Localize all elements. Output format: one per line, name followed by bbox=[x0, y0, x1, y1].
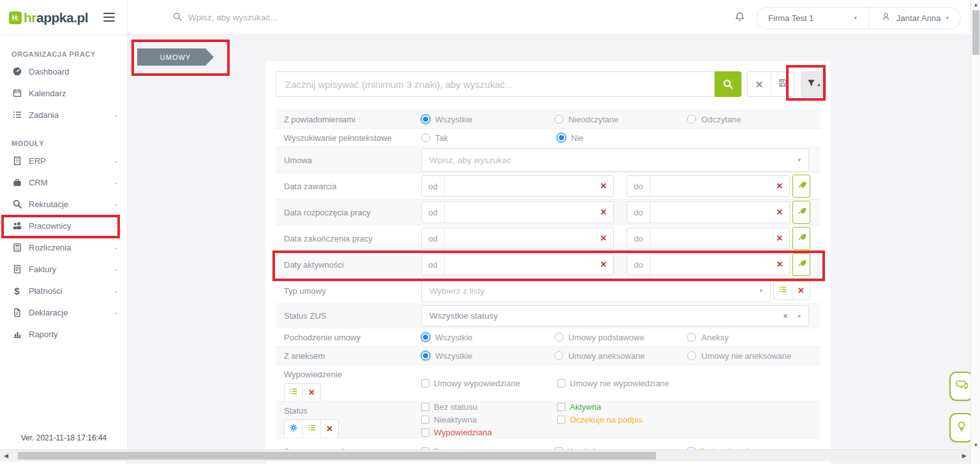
clear-date-button[interactable]: × bbox=[594, 202, 613, 222]
radio-option[interactable]: Nieodczytane bbox=[554, 115, 688, 124]
checkbox-option[interactable]: Umowy wypowiedziane bbox=[421, 379, 557, 388]
radio-option[interactable]: Wszystkie bbox=[421, 351, 554, 361]
sidebar-item-zadania[interactable]: Zadania ⌄ bbox=[0, 104, 127, 126]
scroll-left-arrow-icon[interactable]: ◀ bbox=[4, 453, 8, 459]
checkbox-option[interactable]: Oczekuje na podpis bbox=[557, 415, 693, 424]
clear-date-button[interactable]: × bbox=[770, 228, 789, 249]
horizontal-scrollbar[interactable]: ◀ ▶ bbox=[0, 449, 970, 461]
bar-chart-icon bbox=[11, 329, 22, 340]
sidebar-item-rozliczenia[interactable]: Rozliczenia ⌄ bbox=[0, 236, 127, 258]
clear-date-button[interactable]: × bbox=[770, 176, 789, 196]
pick-from-list-button[interactable] bbox=[285, 384, 302, 402]
date-from-input[interactable] bbox=[445, 228, 594, 249]
clear-selection-icon[interactable]: × bbox=[783, 312, 787, 320]
user-menu[interactable]: Jantar Anna ▾ bbox=[868, 8, 960, 29]
quick-fill-button[interactable] bbox=[792, 227, 810, 250]
scroll-down-arrow-icon[interactable]: ▼ bbox=[971, 442, 980, 448]
vertical-scroll-thumb[interactable] bbox=[972, 10, 979, 55]
clear-date-button[interactable]: × bbox=[594, 228, 613, 249]
notifications-bell-icon[interactable] bbox=[734, 11, 746, 25]
global-search-input[interactable] bbox=[188, 13, 354, 22]
radio-selected[interactable] bbox=[421, 115, 430, 124]
lightbulb-icon bbox=[955, 420, 968, 435]
clear-button[interactable]: × bbox=[302, 384, 320, 402]
sidebar-item-raporty[interactable]: Raporty bbox=[0, 323, 127, 345]
checkbox-option[interactable]: Umowy nie wypowiedziane bbox=[557, 379, 693, 388]
radio[interactable] bbox=[421, 133, 430, 142]
radio-option[interactable]: Umowy podstawowe bbox=[554, 333, 688, 342]
radio-option[interactable]: Tak bbox=[421, 133, 557, 143]
sidebar-item-kalendarz[interactable]: Kalendarz bbox=[0, 82, 127, 104]
checkbox-option[interactable]: Bez statusu bbox=[421, 402, 557, 412]
scroll-right-arrow-icon[interactable]: ▶ bbox=[962, 453, 967, 459]
x-icon: × bbox=[776, 233, 782, 243]
clear-search-button[interactable]: ✕ bbox=[748, 72, 771, 96]
date-to-input[interactable] bbox=[650, 176, 770, 196]
radio-option[interactable]: Umowy aneksowane bbox=[554, 351, 688, 361]
sidebar-item-crm[interactable]: CRM ⌄ bbox=[0, 171, 127, 193]
radio-option[interactable]: Odczytane bbox=[687, 115, 820, 124]
search-button[interactable] bbox=[715, 71, 741, 97]
radio-selected[interactable] bbox=[421, 351, 430, 360]
quick-fill-button[interactable] bbox=[792, 201, 810, 224]
checkbox[interactable] bbox=[421, 416, 429, 424]
pick-from-list-button[interactable] bbox=[774, 282, 792, 300]
sidebar-item-rekrutacje[interactable]: Rekrutacje ⌄ bbox=[0, 193, 127, 215]
filter-row-umowa: Umowa Wpisz, aby wyszukać ▾ bbox=[276, 147, 820, 173]
quick-fill-button[interactable] bbox=[792, 175, 810, 198]
radio-option[interactable]: Wszystkie bbox=[421, 115, 554, 124]
pick-from-list-button[interactable] bbox=[302, 420, 320, 438]
checkbox-option[interactable]: Aktywna bbox=[557, 402, 693, 412]
date-from-input[interactable] bbox=[445, 176, 594, 196]
settings-button[interactable] bbox=[285, 420, 302, 438]
clear-button[interactable]: × bbox=[792, 282, 810, 300]
app-logo[interactable]: H:hrappka.pl bbox=[9, 10, 88, 25]
typ-umowy-select[interactable]: Wybierz z listy ▾ bbox=[421, 279, 771, 302]
radio-selected[interactable] bbox=[421, 333, 430, 342]
menu-toggle-icon[interactable] bbox=[103, 13, 115, 22]
filter-search-input[interactable] bbox=[276, 71, 715, 97]
radio-selected[interactable] bbox=[557, 133, 566, 142]
sidebar-item-erp[interactable]: ERP ⌄ bbox=[0, 150, 127, 171]
radio[interactable] bbox=[554, 115, 563, 124]
filter-row-data-zakonczenia: Data zakończenia pracy od × do × bbox=[276, 225, 820, 251]
checkbox-option[interactable]: Nieaktywna bbox=[421, 415, 557, 424]
checkbox-option[interactable]: Wypowiedziana bbox=[421, 428, 557, 437]
radio[interactable] bbox=[554, 333, 563, 342]
scroll-up-arrow-icon[interactable]: ▲ bbox=[971, 2, 980, 8]
date-to-input[interactable] bbox=[650, 228, 770, 249]
building-icon bbox=[11, 156, 22, 166]
checkbox[interactable] bbox=[557, 416, 565, 424]
radio[interactable] bbox=[687, 333, 696, 342]
chevron-down-icon: ▾ bbox=[946, 15, 949, 21]
date-from-input[interactable] bbox=[445, 202, 594, 222]
sidebar-item-dashboard[interactable]: Dashboard bbox=[0, 61, 127, 82]
date-to-input[interactable] bbox=[650, 202, 770, 222]
status-zus-select[interactable]: Wszystkie statusy × ▾ bbox=[421, 305, 809, 326]
clear-date-button[interactable]: × bbox=[594, 176, 613, 196]
vertical-scrollbar[interactable]: ▲ ▼ bbox=[970, 0, 980, 464]
radio[interactable] bbox=[687, 115, 696, 124]
chevron-down-icon: ⌄ bbox=[113, 112, 118, 118]
sidebar-item-label: Faktury bbox=[29, 265, 113, 274]
checkbox[interactable] bbox=[557, 403, 565, 411]
sidebar-item-faktury[interactable]: Faktury ⌄ bbox=[0, 258, 127, 280]
umowa-select[interactable]: Wpisz, aby wyszukać ▾ bbox=[421, 149, 809, 171]
sidebar-item-platnosci[interactable]: $ Płatności ⌄ bbox=[0, 280, 127, 301]
checkbox[interactable] bbox=[421, 379, 429, 388]
sidebar-item-deklaracje[interactable]: Deklaracje ⌄ bbox=[0, 301, 127, 323]
clear-date-button[interactable]: × bbox=[770, 202, 789, 222]
company-selector[interactable]: Firma Test 1 ▾ bbox=[757, 8, 868, 29]
clear-button[interactable]: × bbox=[320, 420, 338, 438]
date-from-group: od × bbox=[421, 175, 614, 197]
radio-option[interactable]: Aneksy bbox=[687, 333, 820, 342]
radio[interactable] bbox=[554, 351, 563, 360]
checkbox[interactable] bbox=[421, 403, 429, 411]
radio-option[interactable]: Nie bbox=[557, 133, 693, 143]
radio-option[interactable]: Umowy nie aneksowane bbox=[687, 351, 820, 361]
checkbox[interactable] bbox=[557, 379, 565, 388]
checkbox[interactable] bbox=[421, 428, 429, 437]
horizontal-scroll-thumb[interactable] bbox=[18, 452, 656, 460]
radio-option[interactable]: Wszystkie bbox=[421, 333, 554, 342]
radio[interactable] bbox=[687, 351, 696, 360]
